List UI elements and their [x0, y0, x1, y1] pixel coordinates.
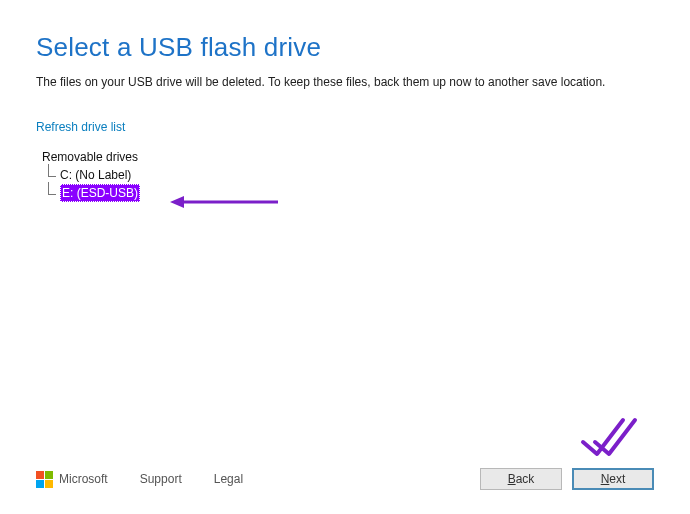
support-link[interactable]: Support: [140, 472, 182, 486]
back-button[interactable]: Back: [480, 468, 562, 490]
brand-label: Microsoft: [59, 472, 108, 486]
back-underline: B: [508, 472, 516, 486]
drive-item[interactable]: C: (No Label): [44, 166, 654, 184]
tree-root-label: Removable drives: [42, 148, 654, 166]
page-subtitle: The files on your USB drive will be dele…: [36, 75, 654, 89]
annotation-checkmarks-icon: [579, 412, 639, 462]
footer-buttons: Back Next: [480, 468, 654, 490]
microsoft-logo-icon: [36, 471, 53, 488]
microsoft-logo: Microsoft: [36, 471, 108, 488]
drive-tree: Removable drives C: (No Label) E: (ESD-U…: [36, 148, 654, 202]
next-rest: ext: [609, 472, 625, 486]
refresh-drive-list-link[interactable]: Refresh drive list: [36, 120, 125, 134]
footer-left: Microsoft Support Legal: [36, 471, 243, 488]
legal-link[interactable]: Legal: [214, 472, 243, 486]
footer: Microsoft Support Legal Back Next: [36, 468, 654, 490]
drive-item-label-selected: E: (ESD-USB): [60, 184, 140, 202]
tree-branch-icon: [44, 186, 58, 200]
drive-item-label: C: (No Label): [60, 166, 131, 184]
next-button[interactable]: Next: [572, 468, 654, 490]
drive-item[interactable]: E: (ESD-USB): [44, 184, 654, 202]
tree-branch-icon: [44, 168, 58, 182]
page-title: Select a USB flash drive: [36, 32, 654, 63]
back-rest: ack: [516, 472, 535, 486]
